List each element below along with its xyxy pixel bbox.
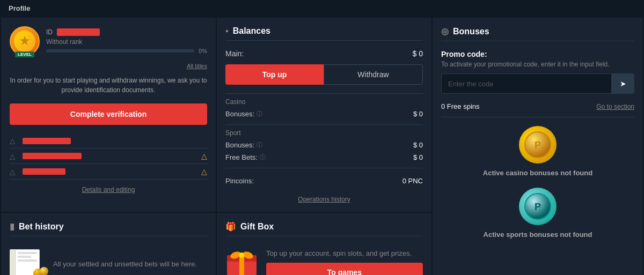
casino-not-found-text: Active casino bonuses not found xyxy=(441,169,634,177)
bet-history-title: Bet history xyxy=(19,222,64,232)
promo-code-input[interactable] xyxy=(441,73,612,94)
level-badge: LEVEL xyxy=(15,51,34,57)
promo-desc: To activate your promotional code, enter… xyxy=(441,61,634,68)
giftbox-description: Top up your account, spin slots, and get… xyxy=(266,249,423,257)
withdraw-button[interactable]: Withdraw xyxy=(324,64,423,85)
svg-point-6 xyxy=(40,267,48,275)
phone-field xyxy=(23,153,82,159)
giftbox-icon: 🎁 xyxy=(225,221,236,232)
sport-bonuses-value: $ 0 xyxy=(413,141,423,149)
free-bets-value: $ 0 xyxy=(413,153,423,161)
pincoins-label: Pincoins: xyxy=(225,177,254,185)
user-icon: △ xyxy=(10,137,18,145)
casino-bonus-item: P Active casino bonuses not found xyxy=(441,126,634,177)
username-field xyxy=(23,138,71,144)
page-title: Profile xyxy=(0,0,644,17)
details-editing-link[interactable]: Details and editing xyxy=(10,186,207,194)
sport-bonus-info-icon[interactable]: ⓘ xyxy=(257,141,262,149)
svg-point-12 xyxy=(239,252,244,258)
email-warning-icon: △ xyxy=(201,167,207,176)
complete-verification-button[interactable]: Complete verification xyxy=(10,103,207,125)
bonuses-icon: ◎ xyxy=(441,26,449,36)
pincoins-value: 0 PNC xyxy=(402,177,423,185)
bet-history-icon: ▮ xyxy=(10,221,14,232)
email-icon: △ xyxy=(10,168,18,176)
avatar: LEVEL xyxy=(10,26,40,56)
casino-bonuses-value: $ 0 xyxy=(413,110,423,118)
rank-text: Without rank xyxy=(46,38,207,46)
svg-text:P: P xyxy=(535,140,541,151)
sport-section-label: Sport xyxy=(225,129,423,137)
go-to-section-link[interactable]: Go to section xyxy=(596,103,634,110)
promo-submit-button[interactable]: ➤ xyxy=(612,73,634,94)
phone-warning-icon: △ xyxy=(201,152,207,160)
balances-icon: ▪ xyxy=(225,26,229,36)
casino-bonus-info-icon[interactable]: ⓘ xyxy=(257,110,262,118)
email-field xyxy=(23,168,65,175)
progress-bar xyxy=(46,49,194,53)
promo-label: Promo code: xyxy=(441,50,634,58)
verification-text: In order for you to start playing and wi… xyxy=(10,76,207,95)
gift-box-image xyxy=(225,250,258,276)
giftbox-panel: 🎁 Gift Box xyxy=(217,213,431,275)
bet-history-image xyxy=(10,249,45,275)
phone-icon: △ xyxy=(10,152,18,160)
svg-text:P: P xyxy=(535,202,541,212)
casino-bonuses-label: Bonuses: ⓘ xyxy=(225,110,262,118)
bonuses-panel: ◎ Bonuses Promo code: To activate your p… xyxy=(433,18,643,275)
main-balance-value: $ 0 xyxy=(413,49,423,58)
id-label: ID xyxy=(46,28,53,36)
operations-history-link[interactable]: Operations history xyxy=(225,196,423,203)
to-games-button[interactable]: To games xyxy=(266,263,423,275)
casino-section-label: Casino xyxy=(225,98,423,106)
casino-bonus-coin: P xyxy=(519,126,557,163)
top-up-button[interactable]: Top up xyxy=(225,64,324,85)
free-bets-label: Free Bets: ⓘ xyxy=(225,153,266,161)
balances-title: Balances xyxy=(233,26,270,36)
main-balance-label: Main: xyxy=(225,49,244,58)
sport-bonus-item: P Active sports bonuses not found xyxy=(441,188,634,239)
sport-bonuses-label: Bonuses: ⓘ xyxy=(225,141,262,149)
profile-fields: △ △ △ △ △ xyxy=(10,133,207,180)
free-spins-label: 0 Free spins xyxy=(441,102,480,110)
bonuses-title: Bonuses xyxy=(453,27,489,36)
free-bets-info-icon[interactable]: ⓘ xyxy=(260,153,266,161)
giftbox-title: Gift Box xyxy=(240,222,274,232)
bet-history-text: All your settled and unsettled bets will… xyxy=(53,260,197,268)
sport-bonus-coin: P xyxy=(519,188,557,225)
progress-pct: 0% xyxy=(199,48,207,54)
all-titles-link[interactable]: All titles xyxy=(10,63,207,69)
id-value xyxy=(57,28,100,36)
balances-panel: ▪ Balances Main: $ 0 Top up Withdraw Cas… xyxy=(217,18,431,212)
sport-not-found-text: Active sports bonuses not found xyxy=(441,231,634,239)
svg-rect-9 xyxy=(239,255,244,275)
profile-panel: LEVEL ID Without rank 0% All titles In o… xyxy=(1,18,216,212)
bet-history-panel: ▮ Bet history xyxy=(1,213,216,275)
